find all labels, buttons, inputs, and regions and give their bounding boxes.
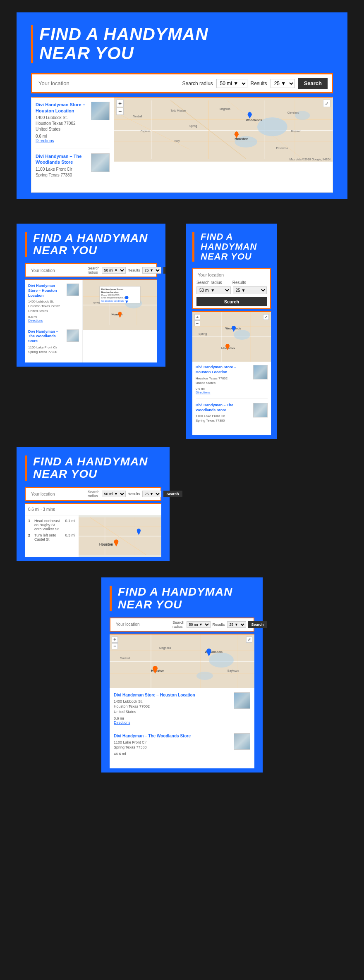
results-select-popup[interactable]: 25 ▼ (142, 267, 161, 274)
map-controls-bottom: + − (112, 637, 118, 649)
zoom-out-large[interactable]: − (116, 107, 124, 115)
zoom-in-mobile[interactable]: + (194, 314, 200, 320)
radius-select-popup[interactable]: 50 mi ▼ (102, 267, 126, 274)
store-distance-bottom-1: 0.6 mi (114, 716, 230, 720)
map-attribution-large: Map data ©2018 Google, INEGI (290, 158, 330, 161)
results-label-bottom: Results (213, 622, 225, 627)
header-directions: FIND A HANDYMAN NEAR YOU (17, 447, 170, 487)
svg-text:Woodlands: Woodlands (246, 118, 262, 122)
store-address-bottom-1: 1400 Lubbock St.Houston Texas 77002Unite… (114, 699, 230, 715)
title-directions-1: FIND A HANDYMAN (33, 455, 161, 468)
store-distance-popup-1: 0.6 mi (28, 315, 63, 319)
store-info-mobile-1: Divi Handyman Store – Houston Location H… (196, 365, 251, 394)
direction-step-2: 2 Turn left onto Castel St 0.3 mi (28, 533, 75, 541)
content-inner-popup: Divi Handyman Store – Houston Location 1… (25, 280, 157, 362)
store-name-popup-2[interactable]: Divi Handyman – The Woodlands Store (28, 329, 63, 344)
store-address-mobile-2: 1100 Lake Front CirSpring Texas 77380 (196, 414, 251, 423)
store-name-mobile-2[interactable]: Divi Handyman – The Woodlands Store (196, 403, 251, 413)
title-border-popup: FIND A HANDYMAN NEAR YOU (25, 232, 157, 258)
results-select-mobile[interactable]: 25 ▼ (233, 286, 267, 294)
location-input-popup[interactable] (29, 267, 86, 274)
map-controls-mobile: + − (194, 314, 200, 326)
location-input-large[interactable] (36, 79, 179, 87)
title-border-directions: FIND A HANDYMAN NEAR YOU (25, 455, 161, 481)
store-name-popup-1[interactable]: Divi Handyman Store – Houston Location (28, 284, 63, 298)
radius-label-dirs: Search radius (88, 490, 100, 498)
map-controls-large: + − (116, 100, 124, 115)
store-thumb-2 (91, 153, 110, 172)
svg-point-79 (209, 653, 234, 668)
store-list-popup: Divi Handyman Store – Houston Location 1… (25, 280, 83, 362)
radius-select-dirs[interactable]: 50 mi ▼ (102, 491, 126, 497)
search-form-directions: Search radius 50 mi ▼ Results 25 ▼ Searc… (25, 487, 161, 501)
zoom-in-large[interactable]: + (116, 100, 124, 107)
header-large: FIND A HANDYMAN NEAR YOU (17, 12, 347, 73)
search-button-bottom[interactable]: Search (248, 621, 267, 628)
map-popup-container: Spring Woodlands Houston Divi Handyman S… (83, 280, 157, 362)
svg-text:Cypress: Cypress (141, 130, 150, 134)
store-item-1: Divi Handyman Store – Houston Location 1… (36, 102, 110, 148)
header-popup: FIND A HANDYMAN NEAR YOU (17, 224, 165, 264)
results-select-bottom[interactable]: 25 ▼ (227, 621, 246, 628)
location-input-mobile[interactable] (196, 272, 267, 278)
store-info-mobile-2: Divi Handyman – The Woodlands Store 1100… (196, 403, 251, 423)
main-title-line2: NEAR YOU (39, 44, 333, 63)
fullscreen-mobile[interactable]: ⤢ (263, 314, 269, 320)
radius-label-mobile: Search radius (196, 280, 222, 285)
search-button-mobile[interactable]: Search (196, 297, 267, 306)
search-button-popup[interactable]: Search (163, 267, 165, 274)
svg-text:Spring: Spring (189, 124, 197, 128)
store-directions-1[interactable]: Directions (36, 138, 88, 143)
radius-select-bottom[interactable]: 50 mi ▼ (187, 621, 211, 628)
zoom-in-bottom[interactable]: + (112, 637, 118, 643)
svg-point-44 (125, 296, 128, 299)
store-distance-1: 0.6 mi (36, 134, 88, 138)
svg-text:Houston: Houston (99, 543, 113, 546)
section-desktop-large: FIND A HANDYMAN NEAR YOU Search radius 5… (0, 0, 364, 215)
content-area-bottom: Tomball Magnolia Woodlands Houston Bayto… (110, 634, 254, 768)
fullscreen-btn-large[interactable]: ⤢ (323, 100, 330, 107)
svg-text:Houston Location: Houston Location (101, 291, 119, 293)
store-name-bottom-1[interactable]: Divi Handyman Store – Houston Location (114, 692, 230, 698)
store-name-1[interactable]: Divi Handyman Store – Houston Location (36, 102, 88, 114)
store-name-mobile-1[interactable]: Divi Handyman Store – Houston Location (196, 365, 251, 374)
map-bottom: Tomball Magnolia Woodlands Houston Bayto… (110, 634, 254, 688)
zoom-out-mobile[interactable]: − (194, 320, 200, 326)
content-popup: Divi Handyman Store – Houston Location 1… (25, 279, 157, 362)
location-input-directions[interactable] (29, 491, 86, 497)
store-item-mobile-1: Divi Handyman Store – Houston Location H… (196, 365, 268, 399)
search-button-dirs[interactable]: Search (163, 491, 182, 497)
fullscreen-bottom[interactable]: ⤢ (246, 637, 252, 643)
store-directions-mobile-1[interactable]: Directions (196, 391, 251, 394)
title-directions-2: NEAR YOU (33, 468, 161, 481)
zoom-out-bottom[interactable]: − (112, 643, 118, 649)
title-popup-2: NEAR YOU (33, 244, 157, 257)
store-name-2[interactable]: Divi Handyman – The Woodlands Store (36, 153, 88, 165)
location-input-bottom[interactable] (114, 621, 170, 627)
title-border-mobile: FIND A HANDYMAN NEAR YOU (192, 232, 271, 262)
svg-text:Pasadena: Pasadena (276, 147, 288, 150)
title-mobile-2: NEAR YOU (201, 252, 271, 262)
search-button-large[interactable]: Search (298, 78, 328, 89)
store-distance-mobile-1: 0.6 mi (196, 387, 251, 391)
store-thumb-mobile-1 (253, 365, 268, 379)
widget-bottom: FIND A HANDYMAN NEAR YOU Search radius 5… (101, 577, 263, 773)
store-address-2: 1100 Lake Front Cir Spring Texas 77380 (36, 167, 88, 178)
store-info-popup-2: Divi Handyman – The Woodlands Store 1100… (28, 329, 63, 354)
radius-label-bottom: Search radius (172, 620, 184, 629)
svg-text:Get Directions   View Details: Get Directions View Details (101, 300, 124, 302)
radius-select-large[interactable]: 50 mi ▼ (216, 79, 247, 88)
store-directions-popup-1[interactable]: Directions (28, 319, 63, 322)
radius-label-popup: Search radius (88, 266, 100, 274)
results-select-dirs[interactable]: 25 ▼ (142, 491, 161, 497)
store-name-bottom-2[interactable]: Divi Handyman – The Woodlands Store (114, 733, 230, 739)
svg-text:Spring: Spring (199, 332, 207, 336)
map-area-large: Tomball Todd Mission Magnolia Cleveland … (114, 98, 333, 162)
svg-text:Phone: 555-555-5555: Phone: 555-555-5555 (101, 294, 120, 296)
title-border: FIND A HANDYMAN NEAR YOU (31, 25, 333, 63)
results-select-large[interactable]: 25 ▼ (271, 79, 295, 88)
widget-popup: FIND A HANDYMAN NEAR YOU Search radius 5… (17, 224, 165, 367)
radius-select-mobile[interactable]: 50 mi ▼ (196, 286, 231, 294)
store-item-popup-1: Divi Handyman Store – Houston Location 1… (28, 284, 79, 326)
store-directions-bottom-1[interactable]: Directions (114, 720, 230, 725)
